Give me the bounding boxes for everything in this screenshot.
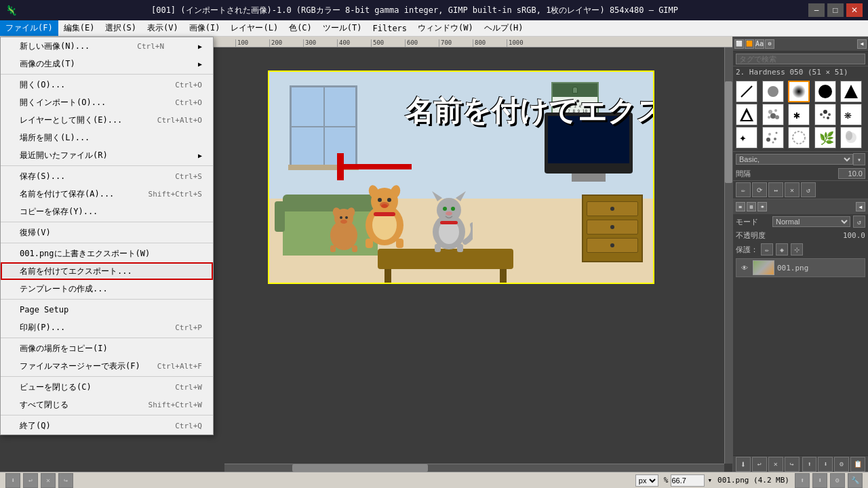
zoom-input[interactable]	[671, 474, 705, 487]
bottom-icon-clear[interactable]: ✕	[768, 457, 783, 472]
vertical-scrollbar[interactable]	[724, 47, 732, 464]
dropdown-item[interactable]: 開くインポート(O)...Ctrl+O	[1, 94, 213, 111]
brush-item[interactable]	[814, 104, 836, 125]
dropdown-item[interactable]: 001.pngに上書きエクスポート(W)	[1, 245, 213, 262]
bottom-icon-undo[interactable]: ↩	[752, 457, 767, 472]
tool-icon-refresh[interactable]: ↺	[801, 182, 816, 197]
brush-item[interactable]	[840, 81, 862, 102]
brush-item[interactable]	[840, 127, 862, 148]
menu-item-1[interactable]: 編集(E)	[58, 20, 100, 36]
dropdown-item[interactable]: 保存(S)...Ctrl+S	[1, 167, 213, 185]
hscroll-thumb[interactable]	[292, 464, 428, 472]
dropdown-item[interactable]: ファイルマネージャーで表示(F)Ctrl+Alt+F	[1, 357, 213, 375]
dropdown-item[interactable]: レイヤーとして開く(E)...Ctrl+Alt+O	[1, 111, 213, 129]
bottom-icon-down[interactable]: ⬇	[818, 457, 833, 472]
dropdown-item[interactable]: 名前を付けてエクスポート...	[1, 262, 213, 280]
dropdown-item[interactable]: 場所を開く(L)...	[1, 129, 213, 146]
tool-icon-flip[interactable]: ↔	[768, 182, 783, 197]
panel-icon-2[interactable]: 🟧	[745, 39, 754, 49]
brush-item[interactable]: ✱	[788, 104, 810, 125]
status-icon-4[interactable]: ↪	[58, 473, 73, 488]
zoom-dropdown-btn[interactable]: ▾	[707, 476, 712, 485]
main-layout: 新しい画像(N)...Ctrl+N▶画像の生成(T)▶開く(O)...Ctrl+…	[0, 37, 868, 472]
menu-item-9[interactable]: ウィンドウ(W)	[412, 20, 479, 36]
brush-category-cycle[interactable]: ▾	[853, 153, 865, 165]
close-button[interactable]: ✕	[846, 3, 863, 17]
menu-item-6[interactable]: 色(C)	[283, 20, 317, 36]
vscroll-thumb[interactable]	[725, 81, 732, 183]
brush-item[interactable]: ❋	[840, 104, 862, 125]
maximize-button[interactable]: □	[827, 3, 844, 17]
layers-icon-2[interactable]: ⊞	[747, 202, 756, 211]
bottom-icon-add[interactable]: ⬇	[736, 457, 751, 472]
bottom-icon-redo[interactable]: ↪	[785, 457, 800, 472]
dropdown-item[interactable]: 開く(O)...Ctrl+O	[1, 76, 213, 94]
layers-collapse[interactable]: ◀	[856, 202, 865, 211]
brush-item[interactable]: 🌿	[814, 127, 836, 148]
menu-item-7[interactable]: ツール(T)	[317, 20, 368, 36]
menu-item-8[interactable]: Filters	[368, 20, 413, 36]
brush-item[interactable]: ✦	[736, 127, 757, 148]
panel-icon-1[interactable]: ⬜	[734, 39, 744, 49]
layer-item[interactable]: 👁 001.png	[736, 258, 865, 277]
brush-item[interactable]	[736, 104, 757, 125]
dropdown-item[interactable]: 新しい画像(N)...Ctrl+N▶	[1, 37, 213, 55]
dropdown-item[interactable]: Page Setup	[1, 301, 213, 319]
dropdown-item[interactable]: 終了(Q)Ctrl+Q	[1, 417, 213, 434]
dropdown-item[interactable]: コピーを保存(Y)...	[1, 203, 213, 220]
mode-cycle-btn[interactable]: ↺	[853, 216, 865, 228]
menu-item-10[interactable]: ヘルプ(H)	[479, 20, 529, 36]
brush-item[interactable]	[814, 81, 836, 102]
bottom-icon-copy[interactable]: 📋	[850, 457, 865, 472]
menu-item-5[interactable]: レイヤー(L)	[225, 20, 283, 36]
horizontal-scrollbar[interactable]	[224, 464, 724, 472]
layers-icon-1[interactable]: ≡	[736, 202, 745, 211]
minimize-button[interactable]: –	[808, 3, 825, 17]
panel-collapse[interactable]: ◀	[857, 39, 867, 49]
layers-icon-3[interactable]: ⚭	[757, 202, 767, 211]
tool-icon-delete[interactable]: ✕	[785, 182, 800, 197]
spacing-input[interactable]	[838, 168, 865, 179]
status-right-icon-4[interactable]: 🔧	[848, 473, 863, 488]
menu-item-2[interactable]: 選択(S)	[100, 20, 142, 36]
brush-item[interactable]	[788, 127, 810, 148]
menu-item-3[interactable]: 表示(V)	[142, 20, 184, 36]
status-icon-2[interactable]: ↩	[23, 473, 38, 488]
tool-icon-rotate[interactable]: ⟳	[752, 182, 767, 197]
dropdown-item[interactable]: すべて閉じるShift+Ctrl+W	[1, 396, 213, 413]
dropdown-item[interactable]: 画像の場所をコピー(I)	[1, 340, 213, 357]
panel-icon-3[interactable]: Aa	[755, 39, 764, 49]
unit-select[interactable]: px	[635, 474, 658, 487]
brush-search-input[interactable]	[736, 54, 865, 64]
dropdown-item[interactable]: 印刷(P)...Ctrl+P	[1, 319, 213, 336]
status-right-icon-1[interactable]: ⬆	[795, 473, 810, 488]
menu-item-0[interactable]: ファイル(F)	[0, 20, 58, 36]
lock-icon-position[interactable]: ⊹	[791, 243, 803, 256]
status-icon-3[interactable]: ✕	[41, 473, 56, 488]
lock-icon-pen[interactable]: ✏	[761, 243, 773, 256]
dropdown-item[interactable]: ビューを閉じる(C)Ctrl+W	[1, 378, 213, 396]
brush-item[interactable]	[762, 127, 784, 148]
brush-item[interactable]	[762, 81, 784, 102]
dropdown-item[interactable]: 名前を付けて保存(A)...Shift+Ctrl+S	[1, 185, 213, 203]
status-right-icon-3[interactable]: ⚙	[830, 473, 845, 488]
dropdown-item[interactable]: 復帰(V)	[1, 224, 213, 241]
brush-item[interactable]	[736, 81, 757, 102]
canvas-area[interactable]: 100 200 300 400 500 600 700 800 1000	[214, 37, 732, 472]
dropdown-item[interactable]: 最近開いたファイル(R)▶	[1, 146, 213, 164]
dropdown-item[interactable]: 画像の生成(T)▶	[1, 55, 213, 73]
lock-icon-fill[interactable]: ◈	[776, 243, 788, 256]
tool-icon-pencil[interactable]: ✏	[736, 182, 751, 197]
dropdown-item[interactable]: テンプレートの作成...	[1, 280, 213, 298]
layer-eye-toggle[interactable]: 👁	[739, 262, 750, 273]
brush-category-select[interactable]: Basic,	[736, 154, 853, 165]
bottom-icon-menu[interactable]: ⚙	[834, 457, 849, 472]
mode-select[interactable]: Normal	[772, 216, 850, 227]
panel-icon-4[interactable]: ⚙	[765, 39, 774, 49]
brush-item-selected[interactable]	[788, 81, 810, 102]
status-right-icon-2[interactable]: ⬇	[812, 473, 827, 488]
bottom-icon-up[interactable]: ⬆	[802, 457, 817, 472]
menu-item-4[interactable]: 画像(I)	[184, 20, 226, 36]
brush-item[interactable]	[762, 104, 784, 125]
status-icon-1[interactable]: ⬇	[5, 473, 20, 488]
